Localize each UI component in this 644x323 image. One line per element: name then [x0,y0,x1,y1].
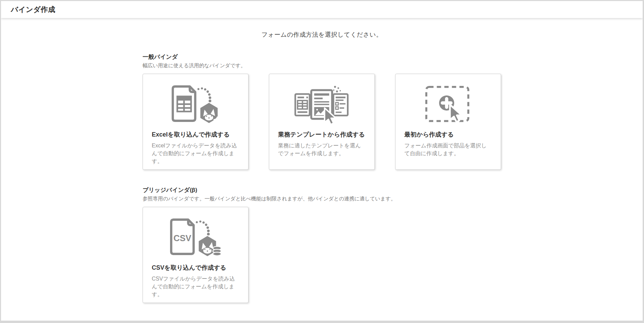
card-title-template: 業務テンプレートから作成する [278,130,366,139]
excel-import-icon [152,74,239,130]
general-binder-cards: Excelを取り込んで作成する Excelファイルからデータを読み込んで自動的に… [143,74,501,170]
card-title-csv: CSVを取り込んで作成する [152,264,239,272]
card-title-excel: Excelを取り込んで作成する [152,130,239,139]
card-description-excel: Excelファイルからデータを読み込んで自動的にフォームを作成します。 [152,142,239,165]
page-title: バインダ作成 [11,5,55,14]
card-description-scratch: フォーム作成画面で部品を選択して自由に作成します。 [404,142,492,157]
section-bridge-heading: ブリッジバインダ(β) [143,186,501,194]
page-header: バインダ作成 [1,1,643,18]
create-from-scratch-icon [404,74,492,130]
main-content: フォームの作成方法を選択してください。 一般バインダ 幅広い用途に使える汎用的な… [1,18,643,321]
card-title-scratch: 最初から作成する [404,130,492,139]
csv-file-label: CSV [173,233,191,243]
card-create-from-excel[interactable]: Excelを取り込んで作成する Excelファイルからデータを読み込んで自動的に… [143,74,249,170]
section-bridge-binder: ブリッジバインダ(β) 参照専用のバインダです。一般バインダと比べ機能は制限され… [143,186,501,303]
sections-container: 一般バインダ 幅広い用途に使える汎用的なバインダです。 [143,53,501,303]
card-create-from-scratch[interactable]: 最初から作成する フォーム作成画面で部品を選択して自由に作成します。 [395,74,501,170]
bridge-binder-cards: CSV [143,207,501,303]
card-description-csv: CSVファイルからデータを読み込んで自動的にフォームを作成します。 [152,275,239,299]
creation-method-prompt: フォームの作成方法を選択してください。 [1,31,643,39]
binder-creation-page: バインダ作成 フォームの作成方法を選択してください。 一般バインダ 幅広い用途に… [0,0,644,323]
csv-import-icon: CSV [152,207,239,264]
section-general-description: 幅広い用途に使える汎用的なバインダです。 [143,62,501,69]
card-description-template: 業務に適したテンプレートを選んでフォームを作成します。 [278,142,366,157]
section-bridge-description: 参照専用のバインダです。一般バインダと比べ機能は制限されますが、他バインダとの連… [143,196,501,202]
card-create-from-template[interactable]: 業務テンプレートから作成する 業務に適したテンプレートを選んでフォームを作成しま… [269,74,375,170]
business-template-icon [278,74,366,130]
card-create-from-csv[interactable]: CSV [143,207,249,303]
section-general-heading: 一般バインダ [143,53,501,61]
section-general-binder: 一般バインダ 幅広い用途に使える汎用的なバインダです。 [143,53,501,170]
